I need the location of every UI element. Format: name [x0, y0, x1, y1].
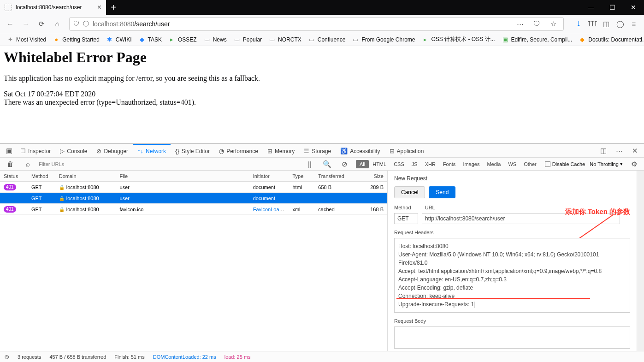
downloads-icon[interactable]: ⭳	[572, 18, 585, 30]
library-icon[interactable]: 𝖨𝖨𝖨	[586, 18, 599, 30]
close-window-button[interactable]: ✕	[623, 0, 644, 15]
bookmark-item[interactable]: ▭Confluence	[305, 35, 349, 45]
col-domain[interactable]: Domain	[55, 173, 116, 179]
bookmark-item[interactable]: ▸OSS 计算技术 - OSS 计...	[419, 34, 498, 45]
filter-all[interactable]: All	[356, 160, 369, 168]
bookmark-item[interactable]: ▭From Google Chrome	[349, 35, 418, 45]
bookmark-item[interactable]: ▭NORCTX	[266, 35, 304, 45]
menu-icon[interactable]: ≡	[627, 18, 640, 30]
filter-other[interactable]: Other	[520, 160, 540, 168]
page-actions-icon[interactable]: ⋯	[514, 18, 526, 30]
url-bar[interactable]: 🛡 ⓘ localhost:8080/search/user ⋯ 🛡 ☆	[69, 17, 564, 31]
network-toolbar: 🗑 ⌕ Filter URLs || 🔍 ⊘ AllHTMLCSSJSXHRFo…	[0, 158, 644, 171]
tab-close-icon[interactable]: ×	[97, 3, 101, 12]
tab-accessibility[interactable]: ♿Accessibility	[336, 144, 384, 158]
clock-icon: ◷	[5, 354, 9, 360]
filter-html[interactable]: HTML	[369, 160, 390, 168]
bookmark-item[interactable]: ▸OSSEZ	[165, 35, 200, 45]
filter-xhr[interactable]: XHR	[421, 160, 439, 168]
method-input[interactable]: GET	[394, 213, 418, 224]
bookmark-icon: ▭	[203, 36, 211, 43]
browser-tab[interactable]: localhost:8080/search/user ×	[0, 0, 106, 15]
tab-style-editor[interactable]: {}Style Editor	[171, 144, 214, 158]
col-transferred[interactable]: Transferred	[314, 173, 360, 179]
bookmark-item[interactable]: ▣Edifire, Secure, Compli...	[499, 35, 575, 45]
network-table: Status Method Domain File Initiator Type…	[0, 171, 388, 351]
sidebar-icon[interactable]: ◫	[600, 18, 613, 30]
pick-element-icon[interactable]: ▣	[3, 144, 16, 157]
table-header: Status Method Domain File Initiator Type…	[0, 171, 387, 182]
tab-performance[interactable]: ◔Performance	[214, 144, 263, 158]
pause-icon[interactable]: ||	[303, 158, 316, 171]
col-size[interactable]: Size	[360, 173, 387, 179]
filter-icon[interactable]: ⌕	[21, 158, 34, 171]
bookmark-label: OSSEZ	[178, 36, 197, 43]
cancel-button[interactable]: Cancel	[394, 186, 425, 198]
maximize-button[interactable]: ☐	[602, 0, 623, 15]
body-textarea[interactable]	[394, 326, 630, 349]
tab-console[interactable]: ▷Console	[55, 144, 92, 158]
table-row[interactable]: GET🔒localhost:8080userdocument	[0, 193, 387, 204]
col-initiator[interactable]: Initiator	[249, 173, 289, 179]
filter-images[interactable]: Images	[459, 160, 483, 168]
bookmark-item[interactable]: ▭Popular	[230, 35, 265, 45]
filter-fonts[interactable]: Fonts	[439, 160, 460, 168]
filter-ws[interactable]: WS	[504, 160, 520, 168]
headers-textarea[interactable]: Host: localhost:8080 User-Agent: Mozilla…	[394, 238, 630, 313]
back-button[interactable]: ←	[4, 18, 17, 30]
tab-memory[interactable]: ⊞Memory	[263, 144, 299, 158]
bookmark-item[interactable]: ✱CWIKI	[103, 35, 135, 45]
scrollbar[interactable]	[637, 171, 644, 351]
reload-button[interactable]: ⟳	[35, 18, 48, 30]
tab-inspector[interactable]: ☐Inspector	[16, 144, 55, 158]
bookmark-star-icon[interactable]: ☆	[547, 18, 560, 30]
filter-media[interactable]: Media	[483, 160, 504, 168]
home-button[interactable]: ⌂	[51, 18, 64, 30]
col-status[interactable]: Status	[0, 173, 28, 179]
bookmark-icon: ▭	[352, 36, 359, 43]
bookmark-icon: ✱	[106, 36, 113, 43]
tab-debugger[interactable]: ⊘Debugger	[92, 144, 133, 158]
url-text: localhost:8080/search/user	[93, 20, 510, 28]
annotation-underline	[396, 298, 590, 299]
bookmark-item[interactable]: ✦Most Visited	[4, 35, 49, 45]
filter-js[interactable]: JS	[408, 160, 421, 168]
disable-cache-checkbox[interactable]: Disable Cache	[545, 161, 585, 167]
bookmark-item[interactable]: ◆TASK	[136, 35, 165, 45]
bookmark-item[interactable]: ●Getting Started	[50, 35, 102, 45]
minimize-button[interactable]: —	[580, 0, 602, 15]
dock-icon[interactable]: ◫	[597, 144, 610, 157]
tab-title: localhost:8080/search/user	[16, 4, 82, 11]
filter-css[interactable]: CSS	[390, 160, 408, 168]
account-icon[interactable]: ◯	[614, 18, 626, 30]
devtools-menu-icon[interactable]: ⋯	[613, 144, 626, 157]
block-icon[interactable]: ⊘	[338, 158, 351, 171]
tab-network[interactable]: ↑↓Network	[133, 144, 171, 158]
bookmark-icon: ▭	[308, 36, 315, 43]
permissions-icon[interactable]: 🛡	[530, 18, 543, 30]
throttling-select[interactable]: No Throttling ▾	[590, 161, 623, 167]
bookmark-item[interactable]: ▭News	[201, 35, 230, 45]
table-row[interactable]: 401GET🔒localhost:8080userdocumenthtml658…	[0, 182, 387, 193]
table-row[interactable]: 401GET🔒localhost:8080favicon.icoFaviconL…	[0, 204, 387, 215]
method-label: Method	[394, 205, 411, 210]
col-method[interactable]: Method	[28, 173, 55, 179]
col-type[interactable]: Type	[289, 173, 314, 179]
panel-title: New Request	[394, 175, 630, 182]
clear-icon[interactable]: 🗑	[4, 158, 17, 171]
search-icon[interactable]: 🔍	[321, 158, 334, 171]
filter-input[interactable]: Filter URLs	[39, 161, 64, 167]
network-icon: ↑↓	[137, 148, 143, 154]
status-transferred: 457 B / 658 B transferred	[49, 354, 106, 360]
settings-gear-icon[interactable]: ⚙	[627, 158, 640, 171]
chevron-down-icon: ▾	[620, 161, 623, 167]
bookmark-item[interactable]: ◆Docutils: Documentati...	[576, 35, 644, 45]
status-finish: Finish: 51 ms	[114, 354, 144, 360]
new-tab-button[interactable]: +	[106, 0, 121, 15]
tab-storage[interactable]: ☰Storage	[299, 144, 336, 158]
bookmark-label: Edifire, Secure, Compli...	[511, 36, 573, 43]
devtools-close-icon[interactable]: ✕	[628, 144, 641, 157]
tab-application[interactable]: ⊞Application	[385, 144, 429, 158]
send-button[interactable]: Send	[429, 186, 455, 198]
col-file[interactable]: File	[116, 173, 249, 179]
